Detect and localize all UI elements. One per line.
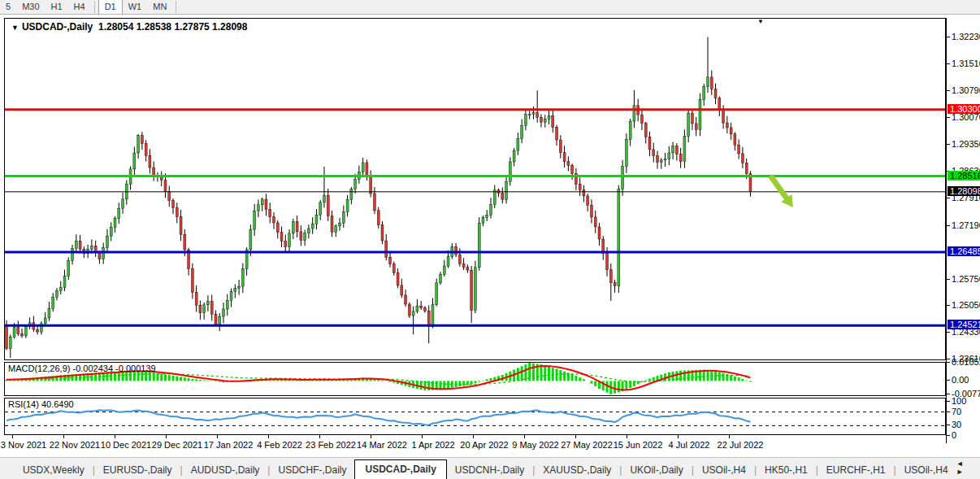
price-tick [947,198,950,198]
time-tick-label: 20 Apr 2022 [460,440,508,450]
time-tick-label: 22 Nov 2021 [50,440,100,450]
price-level-badge: 1.28098 [947,186,980,196]
time-tick-label: 14 Mar 2022 [357,440,407,450]
timeframe-toolbar: 5M30H1H4D1W1MN [0,0,980,15]
time-tick [729,435,730,438]
time-tick [166,435,167,438]
symbol-tab-usdcnh-daily[interactable]: USDCNH-,Daily [447,461,532,479]
timeframe-button-mn[interactable]: MN [147,0,172,14]
symbol-tab-usoil-h4[interactable]: USOil-,H4 [694,461,754,479]
candlestick-chart[interactable] [5,19,945,359]
price-tick [947,332,950,333]
time-tick [319,435,320,438]
timeframe-button-5[interactable]: 5 [0,0,16,14]
timeframe-button-h1[interactable]: H1 [46,0,68,14]
time-tick [217,435,218,438]
rsi-axis-label: 0 [952,430,956,440]
time-tick [371,435,371,438]
price-tick-label: 1.30070 [952,112,980,122]
toolbar-separator [94,1,95,13]
macd-values: -0.002434 -0.000139 [72,364,155,373]
symbol-tab-ukoil-daily[interactable]: UKOil-,Daily [622,461,691,479]
time-axis[interactable]: 3 Nov 202122 Nov 202110 Dec 202129 Dec 2… [4,435,946,455]
symbol-tab-usdx-weekly[interactable]: USDX,Weekly [15,461,93,479]
chart-ohlc-values: 1.28054 1.28538 1.27875 1.28098 [98,21,248,33]
price-tick [947,225,950,226]
price-axis[interactable]: 1.322301.315101.307901.300701.293501.286… [946,18,980,443]
price-tick [947,144,950,145]
symbol-tab-bar: USDX,Weekly|EURUSD-,Daily|AUDUSD-,Daily|… [0,457,980,479]
symbol-dropdown-icon[interactable]: ▼ [11,24,19,32]
timeframe-button-h4[interactable]: H4 [68,0,91,14]
price-tick-label: 1.25050 [952,300,980,310]
time-tick [422,435,423,438]
price-tick [947,305,950,306]
time-tick-label: 4 Jul 2022 [669,440,710,450]
rsi-plot [5,398,945,434]
rsi-label: RSI(14) 40.6490 [8,399,74,409]
price-tick [947,90,950,91]
trading-app-window: 5M30H1H4D1W1MN ▼USDCAD-,Daily 1.28054 1.… [0,0,980,479]
macd-axis-label: 0.00 [952,375,969,385]
price-tick-label: 1.30790 [952,85,980,95]
toolbar-separator [176,1,176,13]
price-tick [947,359,950,359]
macd-label: MACD(12,26,9) -0.002434 -0.000139 [8,364,156,373]
price-tick [947,279,950,280]
timeframe-button-w1[interactable]: W1 [123,0,148,14]
rsi-axis-tick [947,425,950,425]
symbol-tab-audusd-daily[interactable]: AUDUSD-,Daily [183,461,268,479]
symbol-tab-hk50-h1[interactable]: HK50-,H1 [757,461,816,479]
chart-title: ▼USDCAD-,Daily 1.28054 1.28538 1.27875 1… [11,21,247,33]
rsi-axis-label: 70 [952,407,961,416]
timeframe-button-d1[interactable]: D1 [98,0,123,14]
symbol-tab-usdchf-daily[interactable]: USDCHF-,Daily [270,461,354,479]
symbol-tab-xauusd-daily[interactable]: XAUUSD-,Daily [535,461,619,479]
macd-axis-tick [947,394,950,394]
time-tick-label: 23 Feb 2022 [306,440,356,450]
price-tick-label: 1.29350 [952,139,980,149]
time-tick-label: 15 Jun 2022 [614,440,663,450]
time-tick-label: 9 May 2022 [512,440,558,450]
price-tick [947,37,950,37]
price-tick [947,63,950,64]
time-tick-label: 27 May 2022 [561,440,613,450]
time-tick [575,435,576,438]
chart-shift-marker-icon[interactable]: ▼ [757,18,764,25]
rsi-axis-tick [947,412,950,412]
macd-axis-label: 0.01052 [952,357,980,367]
main-chart-pane[interactable]: ▼USDCAD-,Daily 1.28054 1.28538 1.27875 1… [4,18,946,360]
time-tick-label: 1 Apr 2022 [411,440,454,450]
time-tick [268,435,269,438]
rsi-pane[interactable]: RSI(14) 40.6490 [4,398,946,435]
time-tick-label: 17 Jan 2022 [204,440,254,450]
macd-axis-tick [947,380,950,381]
symbol-tab-eurusd-daily[interactable]: EURUSD-,Daily [95,461,180,479]
time-tick [627,435,627,438]
time-tick [473,435,474,438]
chart-symbol-period: USDCAD-,Daily [22,21,93,33]
price-level-badge: 1.26485 [947,246,980,256]
price-tick-label: 1.31510 [952,59,980,68]
macd-axis-tick [947,362,950,363]
symbol-tab-eurchf-h1[interactable]: EURCHF-,H1 [818,461,894,479]
time-tick [63,435,64,438]
timeframe-button-m30[interactable]: M30 [16,0,45,14]
price-level-badge: 1.30300 [947,104,980,114]
symbol-tab-usoil-h4[interactable]: USOil-,H4 [896,461,956,479]
time-tick [678,435,679,438]
price-tick-label: 1.27190 [952,220,980,230]
tab-scroll-arrows[interactable]: ◄ ► [956,456,980,479]
time-tick [524,435,525,438]
price-tick [947,117,950,118]
symbol-tab-usdcad-daily[interactable]: USDCAD-,Daily [354,459,446,479]
rsi-axis-tick [947,435,950,436]
time-tick [115,435,115,438]
price-tick-label: 1.25750 [952,274,980,284]
macd-pane[interactable]: MACD(12,26,9) -0.002434 -0.000139 [4,362,946,396]
time-tick-label: 29 Dec 2021 [152,440,202,450]
time-tick [12,435,13,438]
rsi-axis-label: 100 [952,396,966,406]
time-tick-label: 4 Feb 2022 [257,440,302,450]
rsi-axis-tick [947,401,950,402]
